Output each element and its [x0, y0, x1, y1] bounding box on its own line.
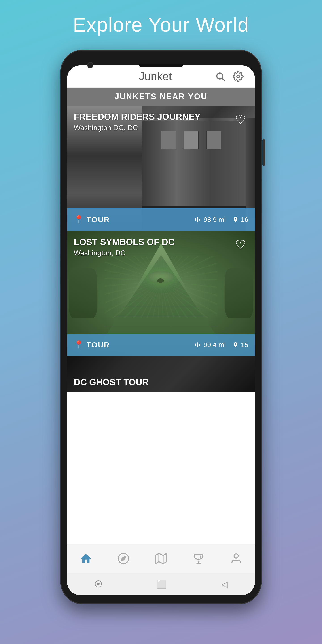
- nav-explore[interactable]: [105, 544, 142, 573]
- phone-side-button: [262, 139, 265, 166]
- card-1-location: Washington DC, DC: [74, 124, 248, 132]
- phone-screen: Junket: [67, 65, 255, 595]
- nav-awards[interactable]: [180, 544, 217, 573]
- card-1-title: FREEDOM RIDERS JOURNEY: [74, 112, 248, 122]
- card-2-distance: 99.4 mi: [204, 341, 226, 348]
- card-2-stats: 99.4 mi 15: [194, 341, 248, 348]
- svg-point-2: [237, 75, 240, 78]
- card-2-stops: 15: [241, 341, 248, 348]
- svg-marker-10: [121, 556, 126, 561]
- card-ghost-image: DC GHOST TOUR: [67, 356, 255, 392]
- card-1-distance: 98.9 mi: [204, 216, 226, 224]
- card-2-distance-stat: 99.4 mi: [194, 341, 226, 348]
- svg-rect-5: [200, 219, 200, 221]
- phone-camera: [87, 62, 94, 68]
- svg-point-14: [234, 554, 238, 558]
- section-bar-title: JUNKETS NEAR YOU: [114, 92, 207, 101]
- phone-speaker: [139, 64, 183, 67]
- card-1-stops: 16: [241, 216, 248, 224]
- card-1-footer: 📍 TOUR 98.9 mi: [67, 208, 255, 231]
- svg-line-1: [222, 78, 225, 81]
- svg-marker-11: [155, 553, 166, 564]
- app-header: Junket: [67, 65, 255, 88]
- card-2-type: TOUR: [86, 340, 110, 349]
- scroll-area[interactable]: FREEDOM RIDERS JOURNEY Washington DC, DC…: [67, 106, 255, 544]
- card-1-type: TOUR: [86, 215, 110, 224]
- heart-icon-2: ♡: [235, 238, 246, 252]
- android-recents-button[interactable]: ⦿: [94, 580, 102, 589]
- pin-icon-2: 📍: [74, 340, 84, 350]
- svg-rect-3: [195, 218, 196, 221]
- card-lost-symbols[interactable]: LOST SYMBOLS OF DC Washington, DC ♡ 📍 TO…: [67, 231, 255, 356]
- svg-rect-7: [197, 342, 198, 347]
- card-1-tag: 📍 TOUR: [74, 215, 110, 224]
- card-2-title: LOST SYMBOLS OF DC: [74, 237, 248, 247]
- card-2-tag: 📍 TOUR: [74, 340, 110, 350]
- header-icons: [215, 71, 244, 82]
- pin-icon: 📍: [74, 215, 84, 224]
- card-1-overlay: FREEDOM RIDERS JOURNEY Washington DC, DC: [67, 106, 255, 134]
- nav-map[interactable]: [142, 544, 180, 573]
- card-1-distance-stat: 98.9 mi: [194, 216, 226, 224]
- nav-profile[interactable]: [217, 544, 255, 573]
- app-title: Junket: [139, 70, 172, 83]
- card-3-title: DC GHOST TOUR: [74, 377, 149, 387]
- card-2-stops-stat: 15: [232, 341, 248, 348]
- android-home-button[interactable]: ⬜: [157, 580, 167, 589]
- android-back-button[interactable]: ◁: [222, 580, 228, 589]
- card-ghost-tour[interactable]: DC GHOST TOUR: [67, 356, 255, 392]
- page-wrapper: Explore Your World Junket: [0, 0, 322, 644]
- card-1-stats: 98.9 mi 16: [194, 216, 248, 224]
- settings-button[interactable]: [232, 71, 244, 82]
- android-nav-bar: ⦿ ⬜ ◁: [67, 573, 255, 595]
- page-headline: Explore Your World: [73, 14, 249, 36]
- section-bar: JUNKETS NEAR YOU: [67, 88, 255, 106]
- nav-home[interactable]: [67, 544, 105, 573]
- card-2-overlay: LOST SYMBOLS OF DC Washington, DC: [67, 231, 255, 260]
- svg-rect-4: [197, 217, 198, 222]
- heart-icon: ♡: [235, 112, 246, 127]
- phone-shell: Junket: [60, 50, 262, 604]
- card-2-footer: 📍 TOUR 99.4 mi: [67, 334, 255, 356]
- bottom-nav: [67, 544, 255, 573]
- card-1-favorite-button[interactable]: ♡: [232, 112, 248, 128]
- card-1-stops-stat: 16: [232, 216, 248, 224]
- card-2-location: Washington, DC: [74, 249, 248, 257]
- card-freedom-riders[interactable]: FREEDOM RIDERS JOURNEY Washington DC, DC…: [67, 106, 255, 231]
- card-2-favorite-button[interactable]: ♡: [232, 237, 248, 253]
- search-button[interactable]: [215, 71, 226, 82]
- svg-point-0: [217, 73, 223, 79]
- svg-rect-6: [195, 344, 196, 346]
- svg-rect-8: [200, 344, 200, 346]
